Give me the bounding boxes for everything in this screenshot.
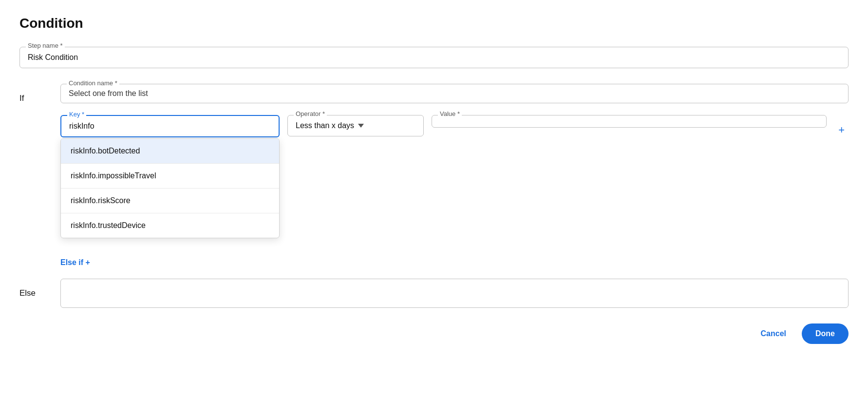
step-name-input[interactable] (28, 53, 840, 62)
bottom-actions: Cancel Done (19, 323, 849, 344)
operator-label: Operator * (294, 110, 327, 117)
key-field[interactable]: Key * (60, 115, 280, 137)
key-operator-section: Key * riskInfo.botDetected riskInfo.impo… (60, 115, 849, 141)
operator-select[interactable]: Less than x days (296, 121, 364, 130)
step-name-field: Step name * (19, 47, 849, 68)
else-if-row: Else if + (60, 258, 849, 267)
condition-name-value: Select one from the list (69, 89, 148, 97)
else-row: Else (19, 279, 849, 308)
if-label: If (19, 84, 49, 103)
operator-chevron-icon (358, 124, 364, 128)
condition-name-wrapper: Condition name * Select one from the lis… (60, 84, 849, 103)
value-label: Value * (438, 110, 462, 117)
else-label: Else (19, 279, 49, 298)
done-button[interactable]: Done (802, 323, 849, 344)
dropdown-item-impossible-travel[interactable]: riskInfo.impossibleTravel (61, 164, 279, 189)
step-name-label: Step name * (26, 42, 65, 49)
dropdown-item-risk-score[interactable]: riskInfo.riskScore (61, 189, 279, 213)
key-dropdown: riskInfo.botDetected riskInfo.impossible… (60, 138, 280, 238)
page-title: Condition (19, 16, 849, 31)
operator-field[interactable]: Operator * Less than x days (287, 115, 424, 136)
operator-value: Less than x days (296, 121, 354, 130)
else-if-button[interactable]: Else if + (60, 258, 90, 267)
key-operator-row: Key * riskInfo.botDetected riskInfo.impo… (60, 115, 849, 141)
else-content (60, 279, 849, 308)
if-condition-row: If Condition name * Select one from the … (19, 84, 849, 103)
dropdown-item-bot-detected[interactable]: riskInfo.botDetected (61, 139, 279, 164)
dropdown-item-trusted-device[interactable]: riskInfo.trustedDevice (61, 213, 279, 238)
value-field[interactable]: Value * (432, 115, 827, 128)
condition-name-label: Condition name * (67, 79, 119, 87)
condition-name-field[interactable]: Condition name * Select one from the lis… (60, 84, 849, 103)
key-input[interactable] (69, 122, 271, 131)
add-condition-button[interactable]: + (834, 119, 849, 141)
key-label: Key * (67, 111, 86, 118)
key-field-container: Key * riskInfo.botDetected riskInfo.impo… (60, 115, 280, 137)
cancel-button[interactable]: Cancel (753, 325, 794, 342)
